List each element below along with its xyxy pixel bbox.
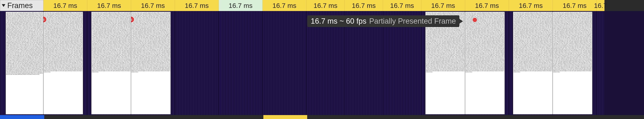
frame-cell[interactable]: 16.7 ms [421,0,465,11]
footer-segment [307,115,346,119]
footer-segment [466,115,510,119]
filmstrip-slot: Lorem ipsum dolor sit amet, consectetur … [44,11,87,115]
thumbnail-content: Lorem ipsum dolor sit amet, consectetur … [131,12,170,114]
frame-cell[interactable]: 16.7 ms [306,0,345,11]
thumbnail-content: Lorem ipsum dolor sit amet, consectetur … [513,12,552,114]
frame-cell[interactable]: 16.7 ms [131,0,175,11]
frame-cell[interactable]: 16.7 ms [345,0,383,11]
frame-duration-label: 16.7 ms [272,2,296,9]
frame-cell[interactable]: 16.7 ms [219,0,262,11]
frame-cell[interactable]: 16.7 ms [262,0,306,11]
footer-segment [132,115,176,119]
frame-duration-label: 16.7 ms [431,2,455,9]
thumbnail-content: Lorem ipsum dolor sit amet, consectetur … [426,12,465,114]
collapse-triangle-icon [2,4,5,7]
frame-cell[interactable]: 16.7 ms [175,0,219,11]
footer-segment [384,115,422,119]
screenshot-thumbnail[interactable]: Lorem ipsum dolor sit amet, consectetur … [6,12,43,114]
screenshot-thumbnail[interactable]: Lorem ipsum dolor sit amet, consectetur … [513,12,552,114]
footer-segment [263,115,307,119]
footer-segment [220,115,263,119]
frame-cell[interactable]: 16.7 ms [465,0,509,11]
frames-row-toggle[interactable]: Frames [0,0,44,11]
footer-segment [422,115,466,119]
frame-duration-label: 16.7 ms [390,2,414,9]
frame-duration-label: 16.7 ms [97,2,121,9]
filmstrip-slot: Lorem ipsum dolor sit amet, consectetur … [509,11,553,115]
screenshot-thumbnail[interactable]: Lorem ipsum dolor sit amet, consectetur … [92,12,131,114]
frame-duration-label: 16.7 ms [53,2,77,9]
frame-cell[interactable]: 16.7 [596,0,604,11]
footer-segment [44,115,88,119]
frame-duration-label: 16.7 ms [228,2,252,9]
filmstrip-slot [262,11,306,115]
filmstrip-slot: Lorem ipsum dolor sit amet, consectetur … [553,11,596,115]
frame-cell[interactable]: 16.7 ms [87,0,131,11]
screenshot-thumbnail[interactable]: Lorem ipsum dolor sit amet, consectetur … [131,12,170,114]
frame-tooltip: 16.7 ms ~ 60 fps Partially Presented Fra… [307,15,460,27]
frame-duration-label: 16.7 ms [185,2,209,9]
footer-segment [176,115,220,119]
frame-cell[interactable]: 16.7 ms [509,0,553,11]
frame-duration-label: 16.7 ms [475,2,499,9]
footer-segment [598,115,604,119]
footer-segment [510,115,554,119]
screenshot-thumbnail[interactable]: Lorem ipsum dolor sit amet, consectetur … [465,12,504,114]
frames-header-row: Frames 16.7 ms16.7 ms16.7 ms16.7 ms16.7 … [0,0,644,11]
footer-segment [0,115,44,119]
footer-track [0,115,644,119]
thumbnail-content: Lorem ipsum dolor sit amet, consectetur … [553,12,592,114]
frame-duration-label: 16.7 ms [314,2,338,9]
frame-cell[interactable]: 16.7 ms [553,0,596,11]
thumbnail-content: Lorem ipsum dolor sit amet, consectetur … [6,12,43,114]
footer-segment [88,115,132,119]
screenshot-thumbnail[interactable]: Lorem ipsum dolor sit amet, consectetur … [44,12,83,114]
tooltip-description: Partially Presented Frame [369,17,456,25]
filmstrip-slot [596,11,604,115]
filmstrip-slot [175,11,219,115]
frames-row-label: Frames [7,1,33,10]
frame-duration-label: 16.7 ms [519,2,543,9]
filmstrip-slot: Lorem ipsum dolor sit amet, consectetur … [0,11,44,115]
filmstrip-slot: Lorem ipsum dolor sit amet, consectetur … [465,11,509,115]
footer-segment [346,115,384,119]
thumbnail-content: Lorem ipsum dolor sit amet, consectetur … [44,12,83,114]
filmstrip-slot: Lorem ipsum dolor sit amet, consectetur … [131,11,175,115]
filmstrip-slot [219,11,262,115]
screenshot-thumbnail[interactable]: Lorem ipsum dolor sit amet, consectetur … [426,12,465,114]
frame-duration-label: 16.7 ms [141,2,165,9]
footer-segment [554,115,598,119]
tooltip-duration: 16.7 ms ~ 60 fps [311,17,366,25]
thumbnail-content: Lorem ipsum dolor sit amet, consectetur … [92,12,131,114]
thumbnail-content: Lorem ipsum dolor sit amet, consectetur … [465,12,504,114]
filmstrip-slot: Lorem ipsum dolor sit amet, consectetur … [87,11,131,115]
frame-cell[interactable]: 16.7 ms [44,0,87,11]
frames-timeline: Frames 16.7 ms16.7 ms16.7 ms16.7 ms16.7 … [0,0,644,119]
frame-cell[interactable]: 16.7 ms [383,0,421,11]
frame-marker-icon [472,17,477,22]
frame-duration-label: 16.7 [594,2,607,9]
frame-duration-label: 16.7 ms [352,2,376,9]
frame-duration-label: 16.7 ms [563,2,586,9]
frame-cells-container: 16.7 ms16.7 ms16.7 ms16.7 ms16.7 ms16.7 … [44,0,644,11]
screenshot-thumbnail[interactable]: Lorem ipsum dolor sit amet, consectetur … [553,12,592,114]
tooltip-arrow-icon [460,19,463,24]
